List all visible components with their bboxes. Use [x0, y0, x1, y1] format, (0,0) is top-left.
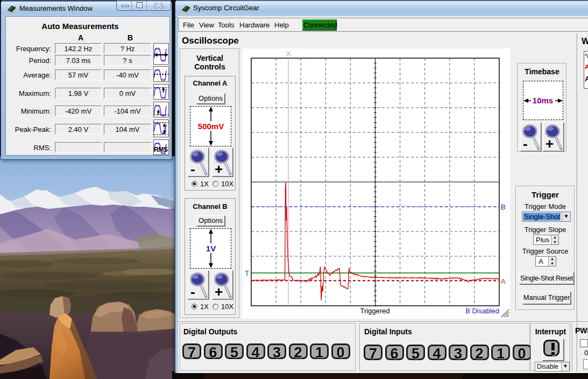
svg-text:10ms: 10ms: [533, 96, 553, 105]
svg-text:A: A: [501, 277, 506, 285]
svg-text:500mV: 500mV: [198, 122, 224, 131]
svg-text:B: B: [501, 203, 506, 211]
svg-text:A: A: [585, 75, 588, 83]
svg-text:1V: 1V: [206, 244, 216, 253]
svg-text:X: X: [286, 50, 291, 58]
svg-text:A: A: [585, 64, 588, 70]
svg-text:T: T: [245, 269, 249, 277]
svg-text:B Disabled: B Disabled: [465, 307, 499, 315]
svg-text:Triggered: Triggered: [360, 307, 389, 315]
svg-text:RMS: RMS: [154, 146, 168, 153]
